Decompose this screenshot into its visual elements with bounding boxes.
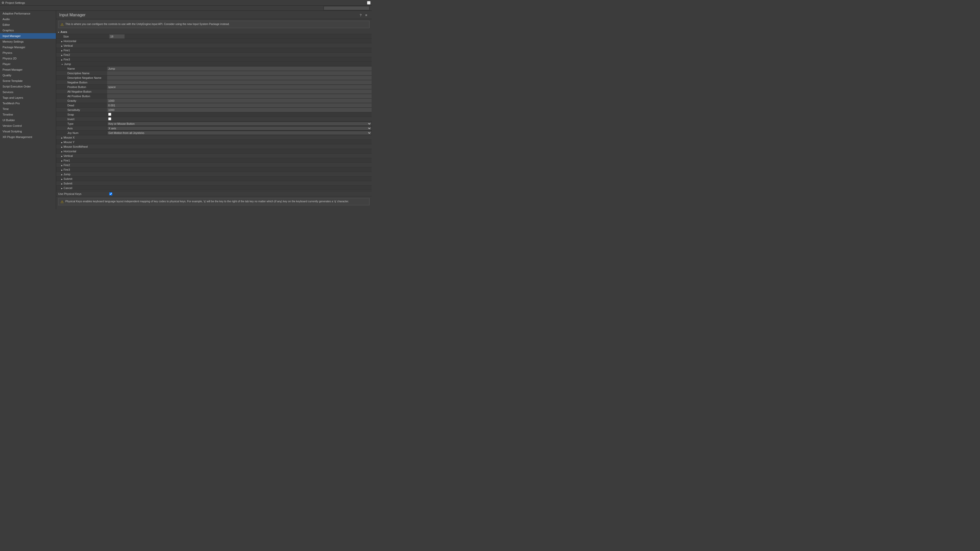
prop-input-descriptive-name[interactable] [107, 71, 372, 75]
prop-row-snap: Snap [56, 112, 372, 117]
sidebar-item-preset-manager[interactable]: Preset Manager [0, 67, 56, 73]
list-item-jump2[interactable]: Jump [56, 172, 372, 176]
prop-checkbox-invert[interactable] [108, 118, 111, 121]
top-bar-right [324, 6, 369, 10]
title-bar-controls: ⋮ [367, 1, 371, 5]
sidebar-item-visual-scripting[interactable]: Visual Scripting [0, 129, 56, 134]
chevron-right-icon [61, 49, 62, 52]
chevron-right-icon [61, 53, 62, 56]
chevron-right-icon [61, 145, 62, 148]
item-label: Fire3 [64, 58, 70, 61]
list-item-vertical[interactable]: Vertical [56, 43, 372, 48]
item-label: Horizontal [64, 40, 76, 43]
list-item-mouse-scrollwheel[interactable]: Mouse ScrollWheel [56, 144, 372, 149]
prop-input-gravity[interactable] [107, 99, 372, 103]
app-icon: ⚙ [2, 1, 4, 5]
sidebar-item-textmesh-pro[interactable]: TextMesh Pro [0, 100, 56, 106]
list-item-submit2[interactable]: Submit [56, 181, 372, 186]
search-input[interactable] [324, 6, 369, 10]
chevron-right-icon [61, 173, 62, 176]
chevron-down-icon [61, 62, 63, 65]
list-item-fire2[interactable]: Fire2 [56, 52, 372, 57]
prop-input-descriptive-negative-name[interactable] [107, 76, 372, 80]
warning-icon: ⚠ [60, 22, 64, 27]
prop-value-dead [107, 103, 372, 107]
list-item-fire2b[interactable]: Fire2 [56, 163, 372, 167]
chevron-right-icon [61, 40, 62, 43]
prop-input-negative-button[interactable] [107, 80, 372, 84]
sidebar-item-player[interactable]: Player [0, 61, 56, 67]
prop-input-alt-positive-button[interactable] [107, 94, 372, 98]
prop-row-negative-button: Negative Button [56, 80, 372, 85]
sidebar-item-editor[interactable]: Editor [0, 22, 56, 27]
sidebar-item-scene-template[interactable]: Scene Template [0, 78, 56, 84]
list-item-jump-header[interactable]: Jump [56, 62, 372, 66]
prop-value-name [107, 67, 372, 71]
prop-row-invert: Invert [56, 117, 372, 121]
list-item-cancel[interactable]: Cancel [56, 186, 372, 190]
sidebar-item-audio[interactable]: Audio [0, 16, 56, 22]
chevron-right-icon [61, 154, 62, 157]
list-item-fire1[interactable]: Fire1 [56, 48, 372, 52]
sidebar-item-physics[interactable]: Physics [0, 50, 56, 56]
help-button[interactable]: ? [358, 13, 363, 17]
prop-row-alt-positive-button: Alt Positive Button [56, 94, 372, 98]
sidebar-item-adaptive-performance[interactable]: Adaptive Performance [0, 11, 56, 16]
item-label: Jump [64, 173, 70, 176]
sidebar-item-input-manager[interactable]: Input Manager [0, 33, 56, 39]
list-item-mouse-x[interactable]: Mouse X [56, 135, 372, 140]
title-bar-menu-button[interactable]: ⋮ [367, 1, 371, 5]
sidebar-item-quality[interactable]: Quality [0, 73, 56, 78]
prop-select-axis[interactable]: X axis Y axis 3rd axis 4th axis [107, 126, 372, 130]
sidebar-item-time[interactable]: Time [0, 106, 56, 112]
prop-label-joy-num: Joy Num [56, 131, 107, 135]
content-area: Input Manager ? ≡ ⚠ This is where you ca… [56, 11, 372, 209]
chevron-right-icon [61, 159, 62, 162]
axes-toggle-icon [58, 30, 59, 33]
sidebar-item-script-execution-order[interactable]: Script Execution Order [0, 84, 56, 89]
prop-label-axis: Axis [56, 127, 107, 130]
sidebar-item-physics-2d[interactable]: Physics 2D [0, 56, 56, 61]
prop-input-sensitivity[interactable] [107, 108, 372, 112]
sidebar-item-services[interactable]: Services [0, 89, 56, 95]
prop-select-joy-num[interactable]: Get Motion from all Joysticks Joystick 1… [107, 131, 372, 135]
list-item-mouse-y[interactable]: Mouse Y [56, 140, 372, 144]
prop-checkbox-snap[interactable] [108, 113, 111, 116]
property-scroll-area[interactable]: Axes Size Horizontal Vertical Fire1 [56, 30, 372, 209]
use-physical-keys-checkbox[interactable] [109, 192, 112, 195]
prop-value-snap [107, 113, 372, 116]
list-item-fire3b[interactable]: Fire3 [56, 167, 372, 172]
sidebar-item-memory-settings[interactable]: Memory Settings [0, 39, 56, 44]
list-item-submit[interactable]: Submit [56, 176, 372, 181]
size-input[interactable] [109, 35, 124, 38]
prop-input-dead[interactable] [107, 103, 372, 107]
prop-value-positive-button [107, 85, 372, 89]
item-label: Horizontal [64, 150, 76, 153]
sidebar-item-timeline[interactable]: Timeline [0, 112, 56, 118]
sidebar-item-package-manager[interactable]: Package Manager [0, 44, 56, 50]
list-item-vertical2[interactable]: Vertical [56, 154, 372, 158]
footer-warning-box: ⚠ Physical Keys enables keyboard languag… [58, 198, 369, 205]
sidebar-item-tags-and-layers[interactable]: Tags and Layers [0, 95, 56, 100]
prop-input-alt-negative-button[interactable] [107, 89, 372, 94]
sidebar-item-xr-plugin-management[interactable]: XR Plugin Management [0, 134, 56, 140]
sidebar-item-graphics[interactable]: Graphics [0, 27, 56, 33]
size-row: Size [56, 34, 372, 39]
list-item-horizontal[interactable]: Horizontal [56, 39, 372, 43]
axes-header[interactable]: Axes [56, 30, 372, 34]
prop-select-type[interactable]: Key or Mouse Button Mouse Movement Joyst… [107, 122, 372, 126]
sidebar-item-ui-builder[interactable]: UI Builder [0, 118, 56, 123]
sidebar-item-version-control[interactable]: Version Control [0, 123, 56, 129]
list-item-fire1b[interactable]: Fire1 [56, 158, 372, 163]
menu-button[interactable]: ≡ [364, 13, 369, 17]
title-bar: ⚙ Project Settings ⋮ [0, 0, 372, 6]
chevron-right-icon [61, 186, 62, 189]
list-item-fire3[interactable]: Fire3 [56, 57, 372, 62]
prop-input-name[interactable] [107, 67, 372, 71]
prop-input-positive-button[interactable] [107, 85, 372, 89]
list-item-horizontal2[interactable]: Horizontal [56, 149, 372, 154]
prop-value-gravity [107, 99, 372, 103]
prop-value-type: Key or Mouse Button Mouse Movement Joyst… [107, 122, 372, 126]
prop-value-invert [107, 118, 372, 121]
prop-label-alt-negative-button: Alt Negative Button [56, 90, 107, 93]
